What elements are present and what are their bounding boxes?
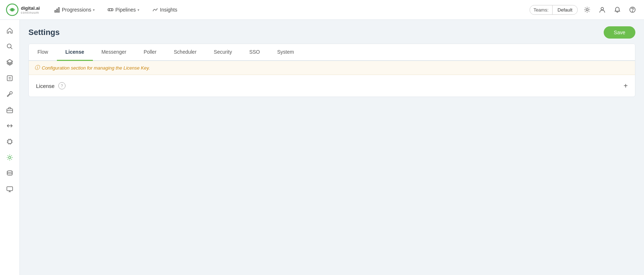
license-label: License — [36, 83, 55, 89]
info-banner: ⓘ Configuration section for managing the… — [29, 61, 635, 75]
logo[interactable]: digital.ai continuum — [6, 3, 40, 16]
settings-card: Flow License Messenger Poller Scheduler … — [28, 44, 635, 97]
tab-sso[interactable]: SSO — [240, 44, 269, 61]
svg-point-29 — [7, 171, 12, 173]
pipelines-chevron: ▾ — [138, 8, 139, 12]
sidebar-item-database[interactable] — [3, 166, 17, 181]
svg-rect-3 — [57, 9, 58, 12]
svg-point-11 — [632, 11, 633, 12]
tab-poller[interactable]: Poller — [135, 44, 165, 61]
svg-rect-14 — [7, 76, 12, 81]
monitor-icon — [6, 186, 13, 193]
sidebar-item-briefcase[interactable] — [3, 103, 17, 117]
tab-system[interactable]: System — [269, 44, 303, 61]
topnav: digital.ai continuum Progressions ▾ Pipe… — [0, 0, 644, 20]
progressions-nav[interactable]: Progressions ▾ — [52, 5, 97, 14]
bell-icon-btn[interactable] — [612, 4, 623, 15]
add-license-button[interactable]: + — [623, 82, 628, 89]
svg-rect-4 — [58, 8, 59, 12]
sidebar-item-search[interactable] — [3, 39, 17, 54]
user-icon — [599, 6, 605, 13]
teams-selector[interactable]: Teams: Default — [530, 5, 578, 15]
sidebar-item-processor[interactable] — [3, 134, 17, 149]
sidebar-item-settings[interactable] — [3, 150, 17, 165]
insights-nav[interactable]: Insights — [150, 5, 179, 14]
svg-point-9 — [601, 8, 604, 10]
tab-security[interactable]: Security — [205, 44, 241, 61]
teams-label: Teams: — [530, 5, 552, 14]
main-content: Settings Save Flow License Messenger Pol… — [20, 20, 644, 275]
processor-icon — [6, 138, 13, 145]
main-layout: Settings Save Flow License Messenger Pol… — [0, 20, 644, 275]
save-button[interactable]: Save — [604, 26, 635, 39]
gear-icon-sidebar — [6, 154, 13, 161]
progressions-chevron: ▾ — [93, 8, 95, 12]
sidebar-item-home[interactable] — [3, 23, 17, 38]
svg-rect-19 — [8, 140, 12, 143]
pipelines-icon — [108, 7, 113, 13]
license-row: License ? + — [29, 75, 635, 97]
license-left: License ? — [36, 82, 66, 89]
pipelines-nav[interactable]: Pipelines ▾ — [105, 5, 141, 14]
svg-rect-2 — [55, 10, 56, 12]
list-icon — [6, 75, 13, 82]
info-text: Configuration section for managing the L… — [42, 65, 150, 71]
svg-point-28 — [9, 156, 11, 159]
sidebar-item-integrations[interactable] — [3, 119, 17, 133]
help-icon-btn[interactable] — [627, 4, 638, 15]
svg-point-8 — [586, 9, 588, 11]
svg-rect-30 — [7, 187, 13, 191]
arrows-icon — [6, 122, 13, 129]
tab-license[interactable]: License — [57, 44, 93, 61]
page-title: Settings — [28, 28, 60, 37]
svg-point-12 — [7, 44, 11, 48]
teams-value[interactable]: Default — [552, 5, 577, 14]
logo-icon — [6, 3, 19, 16]
sidebar-item-layers[interactable] — [3, 55, 17, 70]
tab-scheduler[interactable]: Scheduler — [165, 44, 205, 61]
tab-messenger[interactable]: Messenger — [93, 44, 135, 61]
help-circle-icon[interactable]: ? — [58, 82, 66, 89]
topnav-right: Teams: Default — [530, 4, 638, 15]
insights-icon — [152, 7, 158, 13]
briefcase-icon — [6, 106, 13, 114]
settings-icon-btn[interactable] — [581, 4, 593, 15]
question-icon — [629, 6, 636, 13]
svg-line-13 — [11, 48, 13, 49]
database-icon — [6, 170, 13, 177]
user-icon-btn[interactable] — [596, 4, 608, 15]
sidebar-item-list[interactable] — [3, 71, 17, 85]
gear-icon — [584, 6, 590, 13]
sidebar-item-monitor[interactable] — [3, 182, 17, 196]
content-header: Settings Save — [20, 20, 644, 44]
tabs-bar: Flow License Messenger Poller Scheduler … — [29, 44, 635, 61]
svg-rect-5 — [108, 9, 113, 11]
sidebar — [0, 20, 20, 275]
search-icon — [6, 43, 13, 50]
info-circle-icon: ⓘ — [35, 65, 40, 71]
layers-icon — [6, 59, 13, 66]
logo-sub: continuum — [21, 11, 40, 14]
sidebar-item-tools[interactable] — [3, 87, 17, 101]
bell-icon — [614, 6, 621, 13]
svg-point-1 — [11, 8, 14, 11]
home-icon — [6, 27, 13, 34]
tab-flow[interactable]: Flow — [29, 44, 57, 61]
logo-text: digital.ai — [21, 5, 40, 11]
tools-icon — [6, 90, 13, 98]
progressions-icon — [54, 7, 60, 13]
